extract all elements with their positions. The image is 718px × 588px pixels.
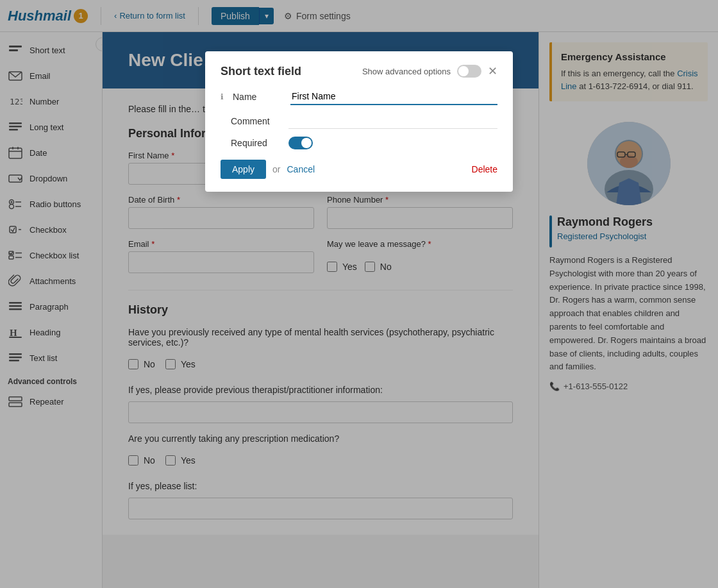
comment-label: Comment <box>231 116 282 126</box>
apply-button[interactable]: Apply <box>221 160 266 179</box>
modal-close-button[interactable]: ✕ <box>488 64 497 78</box>
info-icon: ℹ <box>221 92 224 101</box>
required-field-row: Required <box>221 137 497 149</box>
cancel-button[interactable]: Cancel <box>287 164 315 174</box>
name-input[interactable] <box>290 88 497 105</box>
comment-field-row: Comment <box>221 113 497 129</box>
comment-input[interactable] <box>288 113 497 129</box>
delete-button[interactable]: Delete <box>472 164 497 174</box>
required-label: Required <box>231 138 282 148</box>
short-text-field-modal: Short text field Show advanced options ✕… <box>205 51 513 192</box>
advanced-options-label: Show advanced options <box>362 67 451 76</box>
modal-title: Short text field <box>221 65 301 78</box>
modal-header: Short text field Show advanced options ✕ <box>221 64 497 78</box>
toggle-knob <box>458 66 469 76</box>
modal-actions: Apply or Cancel Delete <box>221 160 497 179</box>
modal-header-right: Show advanced options ✕ <box>362 64 497 78</box>
required-toggle[interactable] <box>288 137 313 149</box>
or-separator: or <box>272 164 280 174</box>
name-label: Name <box>233 92 284 102</box>
advanced-options-toggle[interactable] <box>457 65 481 78</box>
required-toggle-knob <box>301 138 312 148</box>
name-field-row: ℹ Name <box>221 88 497 105</box>
modal-overlay: Short text field Show advanced options ✕… <box>0 0 718 588</box>
